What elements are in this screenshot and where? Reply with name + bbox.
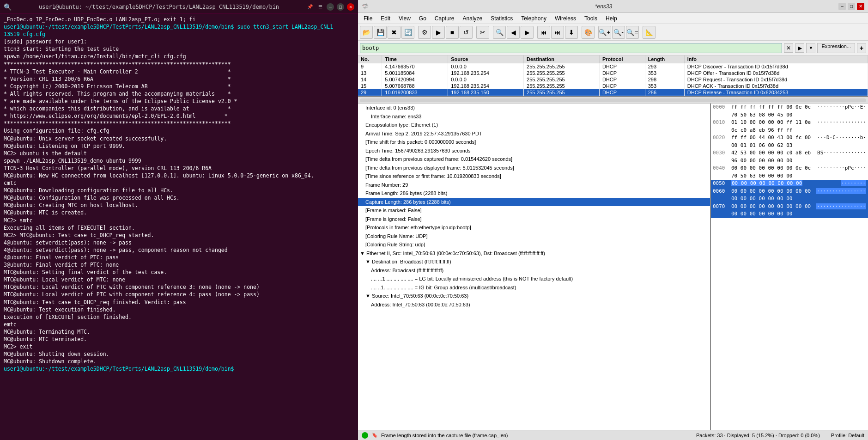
- menu-item-file[interactable]: File: [360, 14, 376, 23]
- hex-offset: 0040: [713, 165, 731, 180]
- table-row[interactable]: 155.007668788192.168.235.254255.255.255.…: [358, 83, 868, 89]
- menu-item-statistics[interactable]: Statistics: [487, 14, 516, 23]
- status-filter-icon: 🔖: [372, 433, 377, 438]
- tb-zoom-reset-button[interactable]: 🔍=: [626, 26, 639, 39]
- packet-cell-proto: DHCP: [599, 70, 645, 76]
- tb-filter-button[interactable]: ✂: [476, 26, 489, 39]
- detail-item[interactable]: Capture Length: 286 bytes (2288 bits): [358, 198, 710, 207]
- tb-stop-capture-button[interactable]: ■: [446, 26, 459, 39]
- terminal-line: MTC@ubuntu: Local verdict of PTC with co…: [4, 291, 354, 298]
- detail-item[interactable]: [Time shift for this packet: 0.000000000…: [358, 138, 710, 147]
- tb-jump-first-button[interactable]: ⏮: [537, 26, 550, 39]
- tb-zoom-out-button[interactable]: 🔍-: [612, 26, 625, 39]
- detail-item[interactable]: ▼ Ethernet II, Src: Intel_70:50:63 (00:0…: [358, 249, 710, 258]
- tb-reload-button[interactable]: 🔄: [401, 26, 414, 39]
- detail-item[interactable]: Frame Number: 29: [358, 181, 710, 189]
- menu-item-capture[interactable]: Capture: [431, 14, 458, 23]
- menu-item-analyze[interactable]: Analyze: [459, 14, 486, 23]
- tb-resize-columns-button[interactable]: 📐: [643, 26, 656, 39]
- terminal-maximize-button[interactable]: □: [337, 3, 344, 11]
- tb-close-button[interactable]: ✖: [388, 26, 401, 39]
- filter-input[interactable]: [360, 43, 782, 53]
- ws-title: *ens33: [595, 3, 612, 10]
- detail-item[interactable]: [Frame is ignored: False]: [358, 215, 710, 224]
- ws-bottom-panels: Interface id: 0 (ens33)Interface name: e…: [358, 104, 868, 430]
- terminal-line: cmtc: [4, 179, 354, 187]
- detail-item[interactable]: Frame Length: 286 bytes (2288 bits): [358, 189, 710, 198]
- detail-item[interactable]: Address: Broadcast (ff:ff:ff:ff:ff:ff): [358, 266, 710, 275]
- terminal-menu-icon[interactable]: ☰: [316, 3, 324, 11]
- tb-save-button[interactable]: 💾: [374, 26, 387, 39]
- detail-item[interactable]: [Frame is marked: False]: [358, 206, 710, 215]
- detail-item[interactable]: [Time delta from previous displayed fram…: [358, 164, 710, 172]
- detail-item[interactable]: [Protocols in frame: eth:ethertype:ip:ud…: [358, 223, 710, 232]
- hex-ascii: ·········pPc··E·: [817, 104, 866, 119]
- hex-row: 006000 00 00 00 00 00 00 00 00 00 00 00 …: [711, 188, 868, 203]
- terminal-minimize-button[interactable]: –: [327, 3, 334, 11]
- tb-restart-capture-button[interactable]: ↺: [460, 26, 473, 39]
- ws-close-button[interactable]: ✕: [857, 3, 864, 10]
- packet-cell-info: DHCP Release - Transaction ID 0x62034253: [684, 89, 868, 96]
- col-no: No.: [358, 55, 382, 63]
- terminal-line: ****************************************…: [4, 120, 354, 127]
- tb-prev-button[interactable]: ◀: [507, 26, 520, 39]
- menu-item-edit[interactable]: Edit: [377, 14, 394, 23]
- menu-item-go[interactable]: Go: [415, 14, 430, 23]
- filter-expression-button[interactable]: Expression...: [817, 43, 855, 53]
- packet-list[interactable]: No. Time Source Destination Protocol Len…: [358, 55, 868, 97]
- tb-zoom-in-button[interactable]: 🔍+: [598, 26, 611, 39]
- tb-capture-options-button[interactable]: ⚙: [418, 26, 431, 39]
- filter-apply-button[interactable]: ▶: [795, 43, 804, 53]
- detail-item[interactable]: ▼ Source: Intel_70:50:63 (00:0e:0c:70:50…: [358, 292, 710, 300]
- table-row[interactable]: 2910.019200833192.168.235.150255.255.255…: [358, 89, 868, 96]
- detail-item[interactable]: ▼ Destination: Broadcast (ff:ff:ff:ff:ff…: [358, 257, 710, 266]
- detail-item[interactable]: [Coloring Rule String: udp]: [358, 240, 710, 249]
- terminal-line: MC@ubuntu: Test execution finished.: [4, 306, 354, 313]
- terminal-line: 4@ubuntu: setverdict(pass): none -> pass…: [4, 246, 354, 254]
- tb-colorize-button[interactable]: 🎨: [582, 26, 595, 39]
- tb-start-capture-button[interactable]: ▶: [432, 26, 445, 39]
- tb-open-button[interactable]: 📂: [360, 26, 373, 39]
- detail-item[interactable]: Address: Intel_70:50:63 (00:0e:0c:70:50:…: [358, 300, 710, 309]
- menu-item-help[interactable]: Help: [602, 14, 621, 23]
- detail-item[interactable]: [Time since reference or first frame: 10…: [358, 172, 710, 181]
- filter-dropdown-button[interactable]: ▼: [806, 43, 815, 53]
- packet-cell-source: 0.0.0.0: [448, 63, 524, 70]
- terminal-line: MC@ubuntu: Terminating MTC.: [4, 328, 354, 336]
- packet-detail-panel[interactable]: Interface id: 0 (ens33)Interface name: e…: [358, 104, 711, 430]
- menu-item-tools[interactable]: Tools: [581, 14, 601, 23]
- tb-jump-down-button[interactable]: ⬇: [565, 26, 578, 39]
- tb-find-button[interactable]: 🔍: [493, 26, 506, 39]
- filter-clear-button[interactable]: ✕: [784, 43, 793, 53]
- ws-maximize-button[interactable]: □: [848, 3, 855, 10]
- detail-item[interactable]: [Time delta from previous captured frame…: [358, 155, 710, 164]
- packet-cell-dest: 255.255.255.255: [524, 83, 600, 89]
- terminal-pin-icon[interactable]: 📌: [306, 3, 314, 11]
- detail-item[interactable]: Epoch Time: 1567490263.291357630 seconds: [358, 147, 710, 155]
- detail-item[interactable]: Interface id: 0 (ens33): [358, 104, 710, 112]
- menu-item-wireless[interactable]: Wireless: [551, 14, 580, 23]
- detail-item[interactable]: Encapsulation type: Ethernet (1): [358, 121, 710, 129]
- hex-offset: 0010: [713, 119, 731, 134]
- ws-minimize-button[interactable]: –: [838, 3, 846, 10]
- detail-item[interactable]: Arrival Time: Sep 2, 2019 22:57:43.29135…: [358, 129, 710, 138]
- detail-item[interactable]: .... ..1. .... .... .... .... = IG bit: …: [358, 283, 710, 292]
- menu-item-telephony[interactable]: Telephony: [517, 14, 550, 23]
- ws-hscroll[interactable]: [358, 97, 868, 104]
- terminal-content[interactable]: _EncDec.o IP_EncDec.o UDP_EncDec.o LANL2…: [0, 14, 358, 440]
- detail-item[interactable]: .... ...1 .... .... .... .... = LG bit: …: [358, 275, 710, 283]
- terminal-search-icon[interactable]: 🔍: [4, 3, 12, 11]
- table-row[interactable]: 145.0074209940.0.0.0255.255.255.255DHCP2…: [358, 76, 868, 83]
- terminal-controls: 📌 ☰ – □ ✕: [306, 3, 354, 11]
- col-protocol: Protocol: [599, 55, 645, 63]
- menu-item-view[interactable]: View: [395, 14, 414, 23]
- table-row[interactable]: 135.001185084192.168.235.254255.255.255.…: [358, 70, 868, 76]
- detail-item[interactable]: [Coloring Rule Name: UDP]: [358, 232, 710, 241]
- hex-offset: 0070: [713, 203, 731, 218]
- terminal-close-button[interactable]: ✕: [347, 3, 354, 11]
- table-row[interactable]: 94.1476635700.0.0.0255.255.255.255DHCP29…: [358, 63, 868, 70]
- filter-plus-button[interactable]: +: [857, 43, 866, 53]
- detail-item[interactable]: Interface name: ens33: [358, 112, 710, 121]
- tb-next-button[interactable]: ▶: [521, 26, 534, 39]
- tb-jump-last-button[interactable]: ⏭: [551, 26, 564, 39]
